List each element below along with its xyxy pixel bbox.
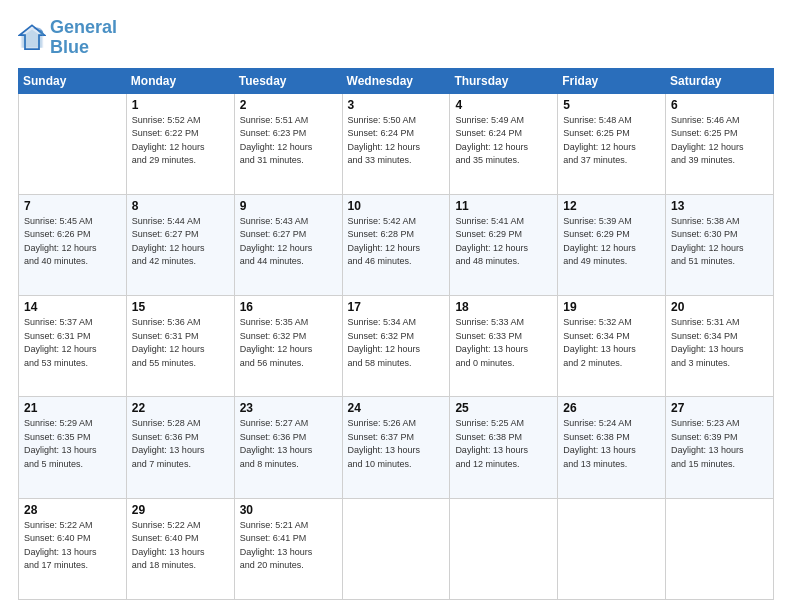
calendar-cell bbox=[450, 498, 558, 599]
cell-detail: Sunrise: 5:49 AM Sunset: 6:24 PM Dayligh… bbox=[455, 114, 552, 168]
calendar-cell: 3Sunrise: 5:50 AM Sunset: 6:24 PM Daylig… bbox=[342, 93, 450, 194]
calendar-cell: 18Sunrise: 5:33 AM Sunset: 6:33 PM Dayli… bbox=[450, 296, 558, 397]
cell-detail: Sunrise: 5:27 AM Sunset: 6:36 PM Dayligh… bbox=[240, 417, 337, 471]
calendar-row-2: 14Sunrise: 5:37 AM Sunset: 6:31 PM Dayli… bbox=[19, 296, 774, 397]
cell-detail: Sunrise: 5:26 AM Sunset: 6:37 PM Dayligh… bbox=[348, 417, 445, 471]
calendar-row-4: 28Sunrise: 5:22 AM Sunset: 6:40 PM Dayli… bbox=[19, 498, 774, 599]
day-number: 9 bbox=[240, 199, 337, 213]
day-number: 25 bbox=[455, 401, 552, 415]
cell-detail: Sunrise: 5:44 AM Sunset: 6:27 PM Dayligh… bbox=[132, 215, 229, 269]
logo: General Blue bbox=[18, 18, 117, 58]
calendar-cell: 30Sunrise: 5:21 AM Sunset: 6:41 PM Dayli… bbox=[234, 498, 342, 599]
cell-detail: Sunrise: 5:22 AM Sunset: 6:40 PM Dayligh… bbox=[132, 519, 229, 573]
day-number: 27 bbox=[671, 401, 768, 415]
cell-detail: Sunrise: 5:39 AM Sunset: 6:29 PM Dayligh… bbox=[563, 215, 660, 269]
calendar-cell: 8Sunrise: 5:44 AM Sunset: 6:27 PM Daylig… bbox=[126, 194, 234, 295]
day-number: 15 bbox=[132, 300, 229, 314]
calendar-cell: 5Sunrise: 5:48 AM Sunset: 6:25 PM Daylig… bbox=[558, 93, 666, 194]
logo-icon bbox=[18, 24, 46, 52]
cell-detail: Sunrise: 5:35 AM Sunset: 6:32 PM Dayligh… bbox=[240, 316, 337, 370]
cell-detail: Sunrise: 5:36 AM Sunset: 6:31 PM Dayligh… bbox=[132, 316, 229, 370]
calendar-cell: 7Sunrise: 5:45 AM Sunset: 6:26 PM Daylig… bbox=[19, 194, 127, 295]
weekday-header-row: SundayMondayTuesdayWednesdayThursdayFrid… bbox=[19, 68, 774, 93]
day-number: 30 bbox=[240, 503, 337, 517]
day-number: 16 bbox=[240, 300, 337, 314]
cell-detail: Sunrise: 5:21 AM Sunset: 6:41 PM Dayligh… bbox=[240, 519, 337, 573]
calendar-cell: 6Sunrise: 5:46 AM Sunset: 6:25 PM Daylig… bbox=[666, 93, 774, 194]
calendar-cell: 1Sunrise: 5:52 AM Sunset: 6:22 PM Daylig… bbox=[126, 93, 234, 194]
calendar-cell: 2Sunrise: 5:51 AM Sunset: 6:23 PM Daylig… bbox=[234, 93, 342, 194]
day-number: 23 bbox=[240, 401, 337, 415]
day-number: 2 bbox=[240, 98, 337, 112]
calendar-cell: 27Sunrise: 5:23 AM Sunset: 6:39 PM Dayli… bbox=[666, 397, 774, 498]
cell-detail: Sunrise: 5:38 AM Sunset: 6:30 PM Dayligh… bbox=[671, 215, 768, 269]
weekday-friday: Friday bbox=[558, 68, 666, 93]
calendar-cell: 9Sunrise: 5:43 AM Sunset: 6:27 PM Daylig… bbox=[234, 194, 342, 295]
weekday-sunday: Sunday bbox=[19, 68, 127, 93]
calendar-cell: 25Sunrise: 5:25 AM Sunset: 6:38 PM Dayli… bbox=[450, 397, 558, 498]
cell-detail: Sunrise: 5:52 AM Sunset: 6:22 PM Dayligh… bbox=[132, 114, 229, 168]
cell-detail: Sunrise: 5:31 AM Sunset: 6:34 PM Dayligh… bbox=[671, 316, 768, 370]
day-number: 22 bbox=[132, 401, 229, 415]
cell-detail: Sunrise: 5:25 AM Sunset: 6:38 PM Dayligh… bbox=[455, 417, 552, 471]
day-number: 24 bbox=[348, 401, 445, 415]
cell-detail: Sunrise: 5:33 AM Sunset: 6:33 PM Dayligh… bbox=[455, 316, 552, 370]
logo-text: General Blue bbox=[50, 18, 117, 58]
day-number: 19 bbox=[563, 300, 660, 314]
cell-detail: Sunrise: 5:23 AM Sunset: 6:39 PM Dayligh… bbox=[671, 417, 768, 471]
logo-blue: Blue bbox=[50, 37, 89, 57]
calendar-cell: 28Sunrise: 5:22 AM Sunset: 6:40 PM Dayli… bbox=[19, 498, 127, 599]
weekday-wednesday: Wednesday bbox=[342, 68, 450, 93]
cell-detail: Sunrise: 5:37 AM Sunset: 6:31 PM Dayligh… bbox=[24, 316, 121, 370]
day-number: 17 bbox=[348, 300, 445, 314]
calendar-cell: 26Sunrise: 5:24 AM Sunset: 6:38 PM Dayli… bbox=[558, 397, 666, 498]
day-number: 5 bbox=[563, 98, 660, 112]
cell-detail: Sunrise: 5:41 AM Sunset: 6:29 PM Dayligh… bbox=[455, 215, 552, 269]
calendar-cell: 11Sunrise: 5:41 AM Sunset: 6:29 PM Dayli… bbox=[450, 194, 558, 295]
day-number: 26 bbox=[563, 401, 660, 415]
cell-detail: Sunrise: 5:50 AM Sunset: 6:24 PM Dayligh… bbox=[348, 114, 445, 168]
day-number: 14 bbox=[24, 300, 121, 314]
day-number: 10 bbox=[348, 199, 445, 213]
calendar-cell: 13Sunrise: 5:38 AM Sunset: 6:30 PM Dayli… bbox=[666, 194, 774, 295]
calendar-cell: 29Sunrise: 5:22 AM Sunset: 6:40 PM Dayli… bbox=[126, 498, 234, 599]
calendar-cell: 14Sunrise: 5:37 AM Sunset: 6:31 PM Dayli… bbox=[19, 296, 127, 397]
calendar-cell: 20Sunrise: 5:31 AM Sunset: 6:34 PM Dayli… bbox=[666, 296, 774, 397]
calendar-cell: 16Sunrise: 5:35 AM Sunset: 6:32 PM Dayli… bbox=[234, 296, 342, 397]
weekday-tuesday: Tuesday bbox=[234, 68, 342, 93]
day-number: 20 bbox=[671, 300, 768, 314]
cell-detail: Sunrise: 5:43 AM Sunset: 6:27 PM Dayligh… bbox=[240, 215, 337, 269]
calendar-cell: 21Sunrise: 5:29 AM Sunset: 6:35 PM Dayli… bbox=[19, 397, 127, 498]
calendar-cell bbox=[558, 498, 666, 599]
calendar-row-0: 1Sunrise: 5:52 AM Sunset: 6:22 PM Daylig… bbox=[19, 93, 774, 194]
cell-detail: Sunrise: 5:51 AM Sunset: 6:23 PM Dayligh… bbox=[240, 114, 337, 168]
cell-detail: Sunrise: 5:45 AM Sunset: 6:26 PM Dayligh… bbox=[24, 215, 121, 269]
cell-detail: Sunrise: 5:29 AM Sunset: 6:35 PM Dayligh… bbox=[24, 417, 121, 471]
calendar-cell: 17Sunrise: 5:34 AM Sunset: 6:32 PM Dayli… bbox=[342, 296, 450, 397]
calendar-cell: 22Sunrise: 5:28 AM Sunset: 6:36 PM Dayli… bbox=[126, 397, 234, 498]
cell-detail: Sunrise: 5:46 AM Sunset: 6:25 PM Dayligh… bbox=[671, 114, 768, 168]
day-number: 28 bbox=[24, 503, 121, 517]
calendar-row-1: 7Sunrise: 5:45 AM Sunset: 6:26 PM Daylig… bbox=[19, 194, 774, 295]
calendar-row-3: 21Sunrise: 5:29 AM Sunset: 6:35 PM Dayli… bbox=[19, 397, 774, 498]
day-number: 1 bbox=[132, 98, 229, 112]
page: General Blue SundayMondayTuesdayWednesda… bbox=[0, 0, 792, 612]
calendar-cell bbox=[19, 93, 127, 194]
day-number: 21 bbox=[24, 401, 121, 415]
cell-detail: Sunrise: 5:22 AM Sunset: 6:40 PM Dayligh… bbox=[24, 519, 121, 573]
day-number: 13 bbox=[671, 199, 768, 213]
day-number: 12 bbox=[563, 199, 660, 213]
calendar-cell: 24Sunrise: 5:26 AM Sunset: 6:37 PM Dayli… bbox=[342, 397, 450, 498]
day-number: 29 bbox=[132, 503, 229, 517]
weekday-saturday: Saturday bbox=[666, 68, 774, 93]
cell-detail: Sunrise: 5:24 AM Sunset: 6:38 PM Dayligh… bbox=[563, 417, 660, 471]
day-number: 3 bbox=[348, 98, 445, 112]
calendar-table: SundayMondayTuesdayWednesdayThursdayFrid… bbox=[18, 68, 774, 600]
cell-detail: Sunrise: 5:48 AM Sunset: 6:25 PM Dayligh… bbox=[563, 114, 660, 168]
calendar-cell: 23Sunrise: 5:27 AM Sunset: 6:36 PM Dayli… bbox=[234, 397, 342, 498]
day-number: 18 bbox=[455, 300, 552, 314]
day-number: 4 bbox=[455, 98, 552, 112]
day-number: 6 bbox=[671, 98, 768, 112]
cell-detail: Sunrise: 5:42 AM Sunset: 6:28 PM Dayligh… bbox=[348, 215, 445, 269]
cell-detail: Sunrise: 5:34 AM Sunset: 6:32 PM Dayligh… bbox=[348, 316, 445, 370]
